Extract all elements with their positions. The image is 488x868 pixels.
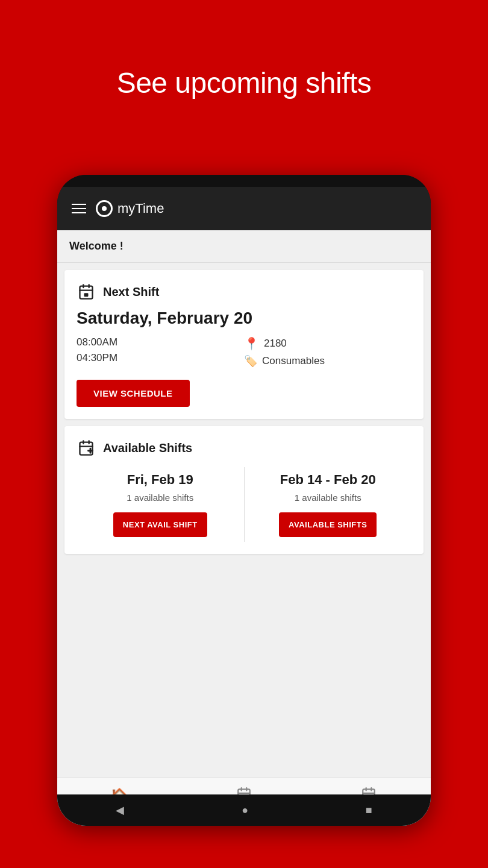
available-shifts-calendar-icon xyxy=(77,438,96,458)
next-avail-shift-button[interactable]: NEXT AVAIL SHIFT xyxy=(113,512,207,537)
shift-start-time: 08:00AM xyxy=(77,336,244,348)
shift-times: 08:00AM 04:30PM xyxy=(77,336,244,368)
pin-icon: 📍 xyxy=(244,336,259,351)
tag-icon: 🏷️ xyxy=(244,354,257,368)
location-code: 2180 xyxy=(264,338,287,350)
available-shifts-title: Available Shifts xyxy=(103,441,192,455)
android-back-button[interactable]: ◀ xyxy=(116,804,124,817)
android-nav: ◀ ● ■ xyxy=(57,794,431,826)
shift-date: Saturday, February 20 xyxy=(77,309,411,328)
shift-location: 📍 2180 xyxy=(244,336,411,351)
hero-title: See upcoming shifts xyxy=(0,66,488,99)
hamburger-menu-icon[interactable] xyxy=(72,204,86,213)
avail-left-count: 1 available shifts xyxy=(127,492,193,503)
phone-top-bar xyxy=(57,175,431,187)
view-schedule-button[interactable]: VIEW SCHEDULE xyxy=(77,380,190,407)
phone-inner: myTime Welcome ! xyxy=(57,187,431,826)
android-recent-button[interactable]: ■ xyxy=(366,804,372,817)
shift-end-time: 04:30PM xyxy=(77,352,244,364)
shift-details: 08:00AM 04:30PM 📍 2180 🏷️ Consumables xyxy=(77,336,411,368)
android-home-button[interactable]: ● xyxy=(242,804,248,817)
department-name: Consumables xyxy=(262,355,325,367)
available-shifts-grid: Fri, Feb 19 1 available shifts NEXT AVAI… xyxy=(77,467,411,542)
app-logo: myTime xyxy=(96,200,164,217)
app-content: Welcome ! Next Shift xyxy=(57,230,431,794)
shift-department: 🏷️ Consumables xyxy=(244,354,411,368)
next-shift-calendar-icon xyxy=(77,282,96,301)
svg-rect-4 xyxy=(84,293,89,297)
next-shift-title: Next Shift xyxy=(103,285,159,299)
shift-info: 📍 2180 🏷️ Consumables xyxy=(244,336,411,368)
available-shifts-header: Available Shifts xyxy=(77,438,411,458)
app-name: myTime xyxy=(117,201,164,216)
app-bar: myTime xyxy=(57,187,431,230)
welcome-bar: Welcome ! xyxy=(57,230,431,263)
avail-col-right: Feb 14 - Feb 20 1 available shifts AVAIL… xyxy=(245,467,412,542)
svg-rect-0 xyxy=(80,286,93,299)
logo-circle-icon xyxy=(96,200,113,217)
avail-col-left: Fri, Feb 19 1 available shifts NEXT AVAI… xyxy=(77,467,245,542)
available-shifts-card: Available Shifts Fri, Feb 19 1 available… xyxy=(64,426,424,554)
avail-left-date: Fri, Feb 19 xyxy=(127,472,193,488)
available-shifts-button[interactable]: AVAILABLE SHIFTS xyxy=(279,512,377,537)
next-shift-card: Next Shift Saturday, February 20 08:00AM… xyxy=(64,270,424,419)
avail-right-count: 1 available shifts xyxy=(295,492,361,503)
next-shift-header: Next Shift xyxy=(77,282,411,301)
phone-shell: myTime Welcome ! xyxy=(57,175,431,826)
avail-right-date: Feb 14 - Feb 20 xyxy=(280,472,376,488)
welcome-text: Welcome ! xyxy=(69,240,124,252)
